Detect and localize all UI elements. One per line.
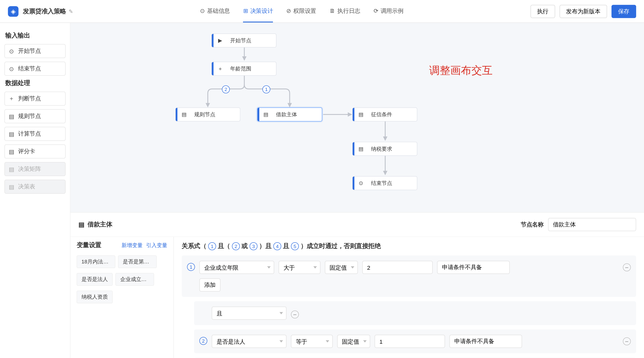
node-age-range[interactable]: ＋ 年龄范围 (211, 62, 276, 76)
palette-item-icon: ▤ (8, 131, 15, 137)
palette-item-label: 规则节点 (18, 112, 41, 120)
svg-marker-3 (348, 112, 352, 117)
palette-item-规则节点[interactable]: ▤规则节点 (5, 109, 66, 123)
variable-chip[interactable]: 是否是法人 (77, 273, 113, 286)
field-select[interactable]: 企业成立年限 (199, 261, 274, 274)
palette-item-决策矩阵: ▤决策矩阵 (5, 162, 66, 176)
tab-label: 执行日志 (337, 7, 360, 15)
rule-icon: ▤ (181, 111, 187, 118)
palette-item-icon: ▤ (8, 148, 15, 155)
operator-select[interactable]: 等于 (291, 335, 333, 348)
palette-item-开始节点[interactable]: ⊙开始节点 (5, 44, 66, 58)
tab-label: 权限设置 (293, 7, 316, 15)
rule-index-badge: 1 (187, 263, 195, 271)
palette-item-label: 结束节点 (18, 65, 41, 73)
result-input[interactable] (450, 335, 522, 348)
node-palette: 输入输出 ⊙开始节点⊙结束节点 数据处理 ＋判断节点▤规则节点▤计算节点▤评分卡… (0, 23, 70, 358)
variable-chip[interactable]: 纳税人资质 (77, 291, 113, 303)
editor-title: 借款主体 (88, 221, 112, 229)
rule-icon: ▤ (263, 111, 269, 118)
tab-label: 基础信息 (207, 7, 230, 15)
node-credit[interactable]: ▤ 征信条件 (352, 107, 417, 122)
node-label: 纳税要求 (371, 145, 417, 153)
tab-权限设置[interactable]: ⊘权限设置 (286, 0, 316, 22)
node-end[interactable]: ⊙ 结束节点 (352, 176, 417, 190)
palette-group-io: 输入输出 (5, 32, 65, 40)
value-type-select[interactable]: 固定值 (325, 261, 358, 274)
palette-item-判断节点[interactable]: ＋判断节点 (5, 92, 66, 106)
palette-item-icon: ▤ (8, 183, 15, 190)
import-variable-link[interactable]: 引入变量 (146, 242, 167, 249)
tab-label: 决策设计 (250, 7, 273, 15)
stop-icon: ⊙ (358, 180, 364, 186)
rule-row: 2是否是法人等于固定值− (194, 329, 636, 353)
palette-item-icon: ⊙ (8, 48, 15, 54)
rule-row: 1企业成立年限大于固定值添加− (182, 255, 636, 297)
canvas-annotation: 调整画布交互 (429, 63, 493, 77)
svg-marker-2 (206, 103, 210, 108)
tab-执行日志[interactable]: 🗎执行日志 (330, 0, 360, 22)
publish-button[interactable]: 发布为新版本 (559, 5, 607, 18)
tab-基础信息[interactable]: ⊙基础信息 (200, 0, 230, 22)
add-variable-link[interactable]: 新增变量 (122, 242, 143, 249)
palette-item-计算节点[interactable]: ▤计算节点 (5, 127, 66, 141)
branch-badge-1: 1 (262, 86, 270, 94)
save-button[interactable]: 保存 (611, 5, 636, 18)
node-rule[interactable]: ▤ 规则节点 (175, 107, 240, 122)
palette-group-data-items: ＋判断节点▤规则节点▤计算节点▤评分卡▤决策矩阵▤决策表 (5, 92, 66, 194)
node-label: 年龄范围 (230, 65, 276, 72)
field-select[interactable]: 是否是法人 (212, 335, 287, 348)
palette-item-icon: ＋ (8, 95, 15, 103)
tab-icon: ⊙ (200, 8, 205, 14)
header-tabs: ⊙基础信息⊞决策设计⊘权限设置🗎执行日志⟳调用示例 (73, 0, 531, 22)
result-input[interactable] (437, 261, 510, 274)
palette-item-label: 判断节点 (18, 95, 41, 103)
run-button[interactable]: 执行 (530, 5, 555, 18)
rule-icon: ▤ (358, 111, 364, 118)
node-label: 征信条件 (371, 111, 417, 118)
tab-icon: 🗎 (330, 8, 335, 14)
svg-marker-0 (242, 56, 247, 61)
value-input[interactable] (362, 261, 433, 274)
node-name-input[interactable] (548, 218, 636, 231)
palette-item-结束节点[interactable]: ⊙结束节点 (5, 62, 66, 76)
add-condition-button[interactable]: 添加 (199, 278, 221, 292)
node-label: 借款主体 (276, 111, 322, 118)
tab-label: 调用示例 (381, 7, 404, 15)
rule-index-badge: 2 (199, 337, 208, 345)
tab-调用示例[interactable]: ⟳调用示例 (374, 0, 404, 22)
edit-title-icon[interactable]: ✎ (69, 8, 73, 14)
node-start[interactable]: ▶ 开始节点 (211, 33, 276, 48)
palette-item-label: 计算节点 (18, 130, 41, 138)
palette-item-评分卡[interactable]: ▤评分卡 (5, 144, 66, 158)
palette-item-label: 评分卡 (18, 147, 35, 155)
remove-logic-icon[interactable]: − (291, 310, 299, 319)
palette-item-icon: ▤ (8, 113, 15, 120)
app-header: ◈ 发票贷准入策略 ✎ ⊙基础信息⊞决策设计⊘权限设置🗎执行日志⟳调用示例 执行… (0, 0, 644, 23)
remove-rule-icon[interactable]: − (623, 337, 631, 345)
tab-决策设计[interactable]: ⊞决策设计 (243, 0, 273, 22)
node-borrower[interactable]: ▤ 借款主体 (257, 107, 322, 122)
variables-panel: 变量设置 新增变量 引入变量 18月内法人股东变是否是第一大股东是否是法人企业成… (70, 237, 174, 358)
rule-icon: ▤ (358, 146, 364, 152)
remove-rule-icon[interactable]: − (623, 263, 631, 271)
logic-select[interactable]: 且 (212, 306, 287, 320)
node-tax[interactable]: ▤ 纳税要求 (352, 142, 417, 156)
value-type-select[interactable]: 固定值 (337, 335, 370, 348)
variable-chip[interactable]: 企业成立年限 (115, 273, 154, 286)
variables-title: 变量设置 (77, 241, 101, 249)
relation-expression: 关系式（ 1 且（ 2 或 3 ）且 4 且 5 ）成立时通过，否则直接拒绝 (182, 242, 636, 250)
plus-icon: ＋ (217, 65, 223, 72)
palette-item-label: 决策表 (18, 183, 35, 191)
play-icon: ▶ (217, 37, 223, 44)
svg-marker-5 (383, 171, 388, 175)
variable-chip[interactable]: 18月内法人股东变 (77, 255, 115, 268)
operator-select[interactable]: 大于 (279, 261, 320, 274)
palette-group-io-items: ⊙开始节点⊙结束节点 (5, 44, 66, 76)
palette-item-label: 开始节点 (18, 47, 41, 55)
value-input[interactable] (375, 335, 445, 348)
rule-icon: ▤ (78, 221, 84, 228)
flow-canvas[interactable]: ▶ 开始节点 ＋ 年龄范围 2 1 ▤ 规则节点 ▤ 借款主体 ▤ 征信条件 (70, 23, 644, 212)
variable-chip[interactable]: 是否是第一大股东 (118, 255, 157, 268)
palette-item-决策表: ▤决策表 (5, 180, 66, 194)
